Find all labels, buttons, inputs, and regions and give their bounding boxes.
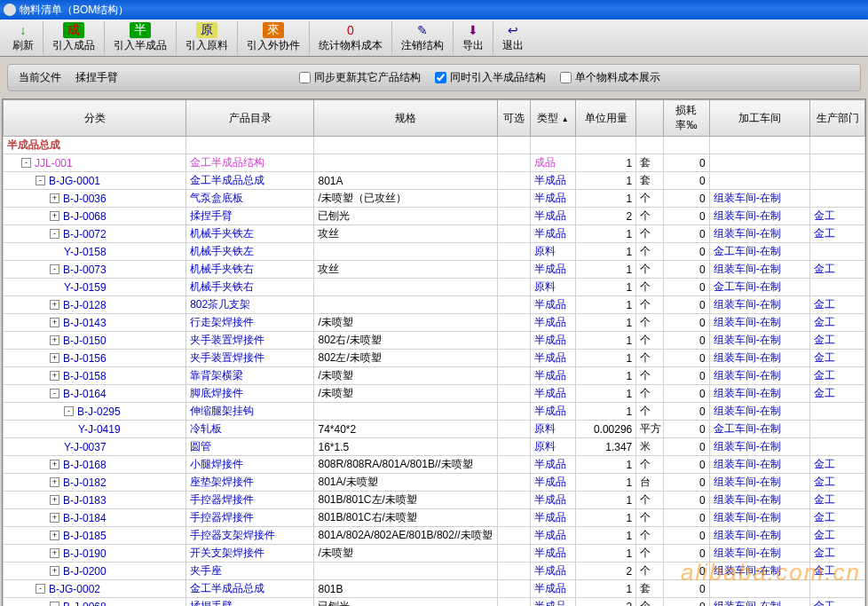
table-row[interactable]: -B-J-0073机械手夹铁右攻丝半成品1个0组装车间-在制金工 — [4, 261, 865, 279]
table-row[interactable]: -B-J-0072机械手夹铁左攻丝半成品1个0组装车间-在制金工 — [4, 225, 865, 243]
table-row[interactable]: +B-J-0156夹手装置焊接件802左/未喷塑半成品1个0组装车间-在制金工 — [4, 350, 865, 367]
table-row[interactable]: +B-J-0036气泵盒底板/未喷塑（已攻丝）半成品1个0组装车间-在制 — [4, 190, 865, 208]
col-header[interactable]: 单位用量 — [576, 100, 636, 137]
table-row[interactable]: +B-J-0158靠背架横梁/未喷塑半成品1个0组装车间-在制金工 — [4, 367, 865, 385]
table-row[interactable]: +B-J-0190开关支架焊接件/未喷塑半成品1个0组装车间-在制金工 — [4, 545, 865, 563]
expand-icon[interactable]: - — [21, 158, 31, 168]
table-row[interactable]: -B-J-0295伸缩腿架挂钩半成品1个0组装车间-在制 — [4, 403, 865, 421]
chk-sync[interactable]: 同步更新其它产品结构 — [299, 70, 421, 85]
table-row[interactable]: 半成品总成 — [4, 137, 865, 154]
table-row[interactable]: Y-J-0037圆管16*1.5原料1.347米0组装车间-在制 — [4, 438, 865, 456]
table-row[interactable]: +B-J-0128802茶几支架半成品1个0组装车间-在制金工 — [4, 296, 865, 314]
table-row[interactable]: +B-J-0185手控器支架焊接件801A/802A/802AE/801B/80… — [4, 527, 865, 545]
table-row[interactable]: +B-J-0168小腿焊接件808R/808RA/801A/801B//未喷塑半… — [4, 456, 865, 474]
expand-icon[interactable]: + — [50, 495, 59, 505]
expand-icon[interactable]: + — [50, 353, 59, 363]
expand-icon[interactable]: + — [50, 211, 59, 221]
col-header[interactable]: 可选 — [497, 100, 530, 137]
expand-icon[interactable]: + — [50, 193, 59, 203]
table-row[interactable]: +B-J-0182座垫架焊接件801A/未喷塑半成品1台0组装车间-在制金工 — [4, 474, 865, 492]
expand-icon[interactable]: - — [50, 264, 59, 274]
table-row[interactable]: Y-J-0158机械手夹铁左原料1个0金工车间-在制 — [4, 243, 865, 261]
table-row[interactable]: +B-J-0184手控器焊接件801B/801C右/未喷塑半成品1个0组装车间-… — [4, 509, 865, 527]
toolbar-引入成品[interactable]: 成引入成品 — [43, 21, 105, 54]
toolbar-导出[interactable]: ⬇导出 — [454, 21, 493, 54]
table-row[interactable]: -B-JG-0001金工半成品总成801A半成品1套0 — [4, 172, 865, 190]
expand-icon[interactable]: - — [50, 602, 59, 606]
expand-icon[interactable]: - — [36, 176, 45, 185]
col-header[interactable]: 分类 — [4, 100, 186, 137]
expand-icon[interactable]: + — [50, 460, 59, 469]
titlebar: 物料清单（BOM结构） — [0, 0, 868, 20]
table-row[interactable]: +B-J-0200夹手座半成品2个0组装车间-在制金工 — [4, 563, 865, 580]
expand-icon[interactable]: + — [50, 513, 59, 523]
col-header[interactable]: 生产部门 — [810, 100, 865, 137]
table-row[interactable]: Y-J-0159机械手夹铁右原料1个0金工车间-在制 — [4, 279, 865, 296]
toolbar-引入半成品[interactable]: 半引入半成品 — [105, 21, 177, 54]
table-row[interactable]: -B-J-0068揉捏手臂已刨光半成品2个0组装车间-在制金工 — [4, 598, 865, 607]
col-header[interactable]: 规格 — [314, 100, 497, 137]
expand-icon[interactable]: - — [50, 229, 59, 239]
expand-icon[interactable]: + — [50, 566, 59, 576]
toolbar-引入原料[interactable]: 原引入原料 — [177, 21, 238, 54]
expand-icon[interactable]: + — [50, 531, 59, 540]
toolbar-统计物料成本[interactable]: 0统计物料成本 — [310, 21, 392, 54]
chk-import[interactable]: 同时引入半成品结构 — [435, 70, 546, 85]
toolbar-刷新[interactable]: ↓刷新 — [4, 21, 43, 54]
col-header[interactable]: 类型 ▲ — [530, 100, 576, 137]
expand-icon[interactable]: + — [50, 477, 59, 487]
expand-icon[interactable]: - — [64, 406, 74, 416]
expand-icon[interactable]: - — [50, 389, 59, 398]
filter-bar: 当前父件 揉捏手臂 同步更新其它产品结构 同时引入半成品结构 单个物料成本展示 — [7, 64, 861, 91]
table-row[interactable]: -B-J-0164脚底焊接件/未喷塑半成品1个0组装车间-在制金工 — [4, 385, 865, 403]
expand-icon[interactable]: + — [50, 548, 59, 558]
table-row[interactable]: -B-JG-0002金工半成品总成801B半成品1套0 — [4, 580, 865, 598]
app-icon — [4, 4, 16, 16]
parent-value: 揉捏手臂 — [75, 70, 146, 85]
toolbar-引入外协件[interactable]: 來引入外协件 — [238, 21, 310, 54]
window-title: 物料清单（BOM结构） — [20, 3, 129, 18]
table-row[interactable]: +B-J-0143行走架焊接件/未喷塑半成品1个0组装车间-在制金工 — [4, 314, 865, 332]
col-header[interactable] — [636, 100, 664, 137]
table-row[interactable]: +B-J-0150夹手装置焊接件802右/未喷塑半成品1个0组装车间-在制金工 — [4, 332, 865, 350]
table-row[interactable]: +B-J-0068揉捏手臂已刨光半成品2个0组装车间-在制金工 — [4, 208, 865, 225]
toolbar-注销结构[interactable]: ✎注销结构 — [392, 21, 454, 54]
parent-label: 当前父件 — [19, 70, 61, 85]
bom-grid[interactable]: 分类产品目录规格可选类型 ▲单位用量损耗率‰加工车间生产部门 半成品总成-JJL… — [2, 98, 866, 606]
expand-icon[interactable]: + — [50, 371, 59, 381]
chk-single[interactable]: 单个物料成本展示 — [560, 70, 660, 85]
expand-icon[interactable]: - — [36, 584, 45, 594]
expand-icon[interactable]: + — [50, 318, 59, 327]
table-row[interactable]: +B-J-0183手控器焊接件801B/801C左/未喷塑半成品1个0组装车间-… — [4, 492, 865, 509]
table-row[interactable]: Y-J-0419冷轧板74*40*2原料0.00296平方0金工车间-在制 — [4, 421, 865, 438]
toolbar-退出[interactable]: ↩退出 — [493, 21, 533, 54]
col-header[interactable]: 产品目录 — [186, 100, 314, 137]
expand-icon[interactable]: + — [50, 300, 59, 310]
col-header[interactable]: 损耗率‰ — [664, 100, 710, 137]
col-header[interactable]: 加工车间 — [709, 100, 809, 137]
toolbar: ↓刷新成引入成品半引入半成品原引入原料來引入外协件0统计物料成本✎注销结构⬇导出… — [0, 20, 868, 57]
expand-icon[interactable]: + — [50, 335, 59, 345]
table-row[interactable]: -JJL-001金工半成品结构成品1套0 — [4, 154, 865, 172]
